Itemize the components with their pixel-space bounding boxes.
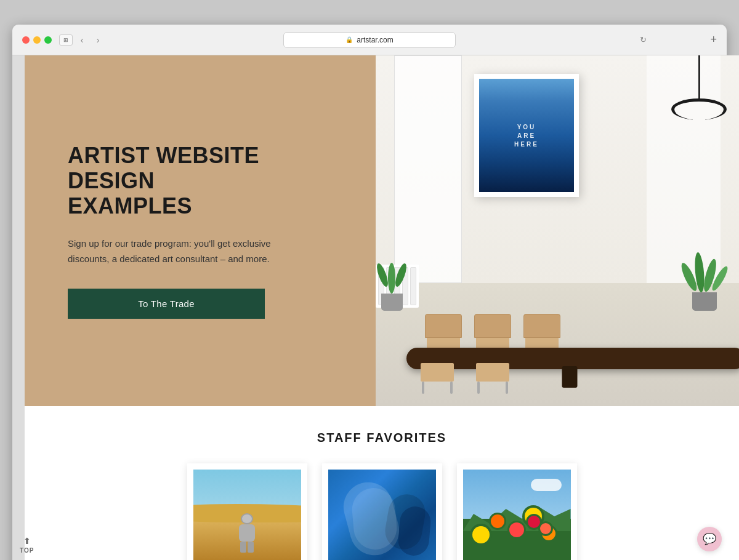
hero-title: ARTIST WEBSITE DESIGN EXAMPLES [68, 143, 333, 219]
wall-painting-frame: YOU ARE HERE [474, 74, 579, 197]
hero-subtitle: Sign up for our trade program: you'll ge… [68, 236, 302, 267]
browser-controls: ⊞ ‹ › [52, 33, 105, 47]
maximize-button[interactable] [44, 36, 52, 44]
browser-chrome: ⊞ ‹ › 🔒 artstar.com ↻ + [12, 25, 727, 55]
lock-icon: 🔒 [345, 36, 353, 43]
plant-right-leaves [685, 252, 724, 292]
refresh-button[interactable]: ↻ [640, 35, 647, 44]
leaf-center [388, 263, 395, 294]
window-control[interactable]: ⊞ [59, 34, 73, 46]
chat-icon: 💬 [703, 532, 716, 546]
chair-seat-front [421, 363, 454, 382]
chair [474, 314, 511, 351]
address-bar[interactable]: 🔒 artstar.com [283, 32, 456, 48]
back-button[interactable]: ‹ [75, 33, 89, 47]
rad-section [410, 267, 416, 305]
table-leg [562, 366, 578, 388]
new-tab-button[interactable]: + [710, 33, 717, 46]
staff-favorites-section: STAFF FAVORITES [25, 406, 739, 560]
silk-shadow [397, 505, 432, 557]
room-photo: YOU ARE HERE [376, 55, 739, 406]
plant-pot-right [692, 292, 717, 311]
cta-button[interactable]: To The Trade [68, 289, 265, 319]
page-wrapper: ⊞ ‹ › 🔒 artstar.com ↻ + ARTIST WEBSITE D… [0, 0, 739, 560]
flower-7 [540, 523, 551, 534]
browser-window: ⊞ ‹ › 🔒 artstar.com ↻ + ARTIST WEBSITE D… [12, 25, 727, 560]
window-left [394, 55, 462, 283]
url-display: artstar.com [357, 36, 393, 44]
leg [422, 382, 424, 394]
pendant-shade [671, 98, 727, 120]
front-chairs [419, 363, 511, 394]
back-to-top[interactable]: ⬆ TOP [20, 536, 34, 554]
flower-1 [472, 526, 490, 543]
top-arrow-icon: ⬆ [23, 536, 31, 546]
cloud [531, 479, 562, 491]
page-content: ARTIST WEBSITE DESIGN EXAMPLES Sign up f… [25, 55, 739, 560]
art-image-2 [328, 470, 436, 560]
flower-6 [528, 516, 540, 528]
pendant-cord [698, 55, 700, 98]
leg [240, 542, 246, 553]
painting-text-are: ARE [517, 132, 536, 139]
top-label: TOP [20, 547, 34, 554]
minimize-button[interactable] [33, 36, 41, 44]
spacesuit-body [239, 524, 255, 542]
chat-widget[interactable]: 💬 [697, 527, 722, 551]
hero-title-line1: ARTIST WEBSITE DESIGN [68, 143, 259, 193]
wall-painting: YOU ARE HERE [479, 79, 574, 192]
plant-pot [381, 294, 403, 311]
flower-2 [491, 514, 504, 528]
art-card-1[interactable] [187, 463, 307, 560]
flower-3 [509, 522, 524, 537]
section-title: STAFF FAVORITES [25, 431, 739, 445]
art-card-3[interactable] [457, 463, 577, 560]
close-button[interactable] [22, 36, 30, 44]
leg [450, 382, 453, 394]
hero-left-panel: ARTIST WEBSITE DESIGN EXAMPLES Sign up f… [25, 55, 376, 406]
chair-front [474, 363, 511, 394]
plant-left [379, 263, 405, 311]
forward-button[interactable]: › [91, 33, 105, 47]
plant-leaves [379, 263, 405, 294]
chair-back [474, 314, 511, 338]
art-card-2[interactable] [322, 463, 442, 560]
chair-back [523, 314, 560, 338]
art-grid [25, 463, 739, 560]
leg [506, 382, 508, 394]
traffic-lights [12, 36, 52, 44]
chair-legs [474, 382, 511, 394]
chair-legs [419, 382, 456, 394]
leg [248, 542, 254, 553]
chair-seat-front [476, 363, 509, 382]
painting-text-you: YOU [517, 124, 536, 130]
pendant-light [671, 55, 727, 120]
silk-art [328, 470, 436, 560]
leg [477, 382, 480, 394]
painting-text-here: HERE [514, 141, 539, 148]
chair [425, 314, 462, 351]
plant-right [685, 252, 724, 311]
hero-title-line2: EXAMPLES [68, 193, 192, 218]
hero-right-panel: YOU ARE HERE [376, 55, 739, 406]
art-image-3 [463, 470, 571, 560]
astronaut-art [193, 470, 301, 560]
chair [523, 314, 560, 351]
astronaut-figure [239, 513, 255, 553]
art-image-1 [193, 470, 301, 560]
flower-art [463, 470, 571, 560]
chair-front [419, 363, 456, 394]
back-chairs [425, 314, 560, 351]
hero-section: ARTIST WEBSITE DESIGN EXAMPLES Sign up f… [25, 55, 739, 406]
chair-back [425, 314, 462, 338]
helmet [241, 513, 253, 524]
spacesuit-legs [239, 542, 255, 553]
